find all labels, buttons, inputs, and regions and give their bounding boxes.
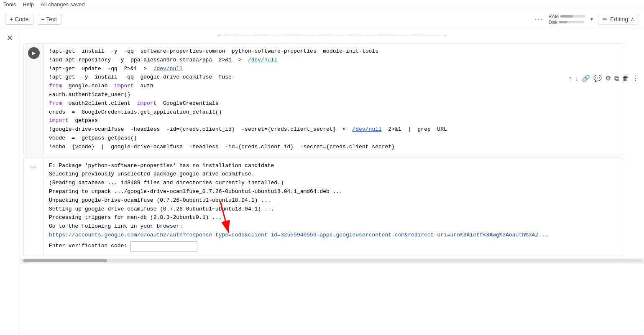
close-sidebar-button[interactable]: ✕ [7,33,13,43]
editing-label: Editing [610,16,628,23]
output-line-4: Preparing to unpack .../google-drive-oca… [49,188,618,196]
output-cell: ··· E: Package 'python-software-properti… [23,157,623,256]
output-line-3: (Reading database ... 148489 files and d… [49,179,618,188]
ram-dropdown-arrow[interactable]: ▾ [590,16,593,22]
output-line-1: E: Package 'python-software-properties' … [49,162,618,170]
more-cell-icon[interactable]: ⋮ [632,74,639,82]
output-line-6: Setting up google-drive-ocamlfuse (0.7.2… [49,205,618,214]
saved-status: All changes saved [41,1,85,8]
scrollbar-thumb[interactable] [23,259,107,262]
disk-label: Disk [549,20,557,25]
cell-code-content[interactable]: !apt-get install -y -qq software-propert… [44,44,623,155]
ram-progress-fill [560,15,573,18]
disk-progress-bg [559,21,584,23]
comment-icon[interactable]: 💬 [593,74,602,82]
auth-link[interactable]: https://accounts.google.com/o/oauth2/aut… [49,232,548,238]
bottom-scrollbar[interactable] [20,258,644,264]
verification-label: Enter verification code: [49,242,127,251]
output-line-5: Unpacking google-drive-ocamlfuse (0.7.26… [49,196,618,205]
output-line-8: Go to the following link in your browser… [49,222,618,231]
output-indicator: ··· [24,157,44,256]
add-code-button[interactable]: + Code [5,14,33,25]
disk-progress-fill [559,21,567,23]
ram-label: RAM [549,14,559,19]
notebook-content[interactable]: ↑ ↓ 🔗 💬 ⚙ ⧉ 🗑 ⋮ +-----------------------… [20,29,644,335]
ram-disk-widget: RAM Disk [549,14,585,25]
output-content: E: Package 'python-software-properties' … [44,157,623,256]
scrollbar-track [22,259,642,262]
link-icon[interactable]: 🔗 [582,74,590,82]
editing-button[interactable]: ✏ Editing ∧ [598,14,639,25]
copy-cell-icon[interactable]: ⧉ [614,75,619,82]
toolbar-right: ··· RAM Disk ▾ ✏ Editing ∧ [535,14,639,25]
menu-tools[interactable]: Tools [3,1,16,8]
ram-progress-bg [560,15,585,18]
menu-items: Tools Help All changes saved [3,1,85,8]
top-menu-bar: Tools Help All changes saved [0,0,644,9]
gear-icon[interactable]: ⚙ [605,74,611,82]
more-options-button[interactable]: ··· [535,15,544,23]
auth-link-container: https://accounts.google.com/o/oauth2/aut… [49,231,618,240]
code-cell: ▶ !apt-get install -y -qq software-prope… [23,43,623,155]
pencil-icon: ✏ [603,16,608,23]
run-button[interactable]: ▶ [28,47,40,59]
verification-input[interactable] [130,241,197,251]
output-line-7: Processing triggers for man-db (2.8.3-2u… [49,213,618,222]
separator-line: +---------------------------------------… [20,29,644,42]
toolbar-row: + Code + Text ··· RAM Disk ▾ ✏ Editing ∧ [0,9,644,29]
main-content: ✕ ↑ ↓ 🔗 💬 ⚙ ⧉ 🗑 ⋮ +---------------------… [0,29,644,335]
output-line-2: Selecting previously unselected package … [49,170,618,179]
cell-toolbar: ↑ ↓ 🔗 💬 ⚙ ⧉ 🗑 ⋮ [568,74,639,82]
cell-gutter: ▶ [24,44,44,155]
left-panel: ✕ [0,29,20,335]
menu-help[interactable]: Help [23,1,34,8]
add-text-button[interactable]: + Text [37,14,62,25]
chevron-up-icon: ∧ [631,16,634,22]
move-down-icon[interactable]: ↓ [575,75,578,82]
move-up-icon[interactable]: ↑ [568,75,572,82]
verification-row: Enter verification code: [49,241,618,251]
delete-cell-icon[interactable]: 🗑 [622,75,629,82]
